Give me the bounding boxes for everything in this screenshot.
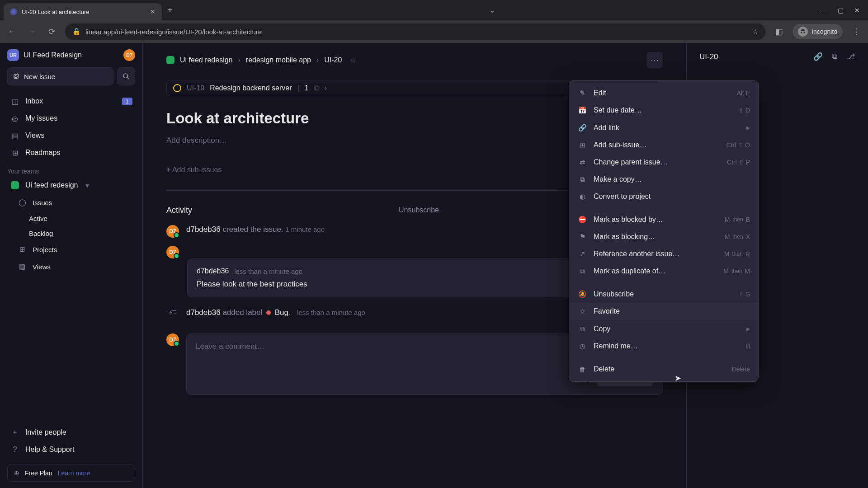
star-bookmark-icon[interactable]: ☆	[752, 28, 758, 36]
url-text: linear.app/ui-feed-redesign/issue/UI-20/…	[85, 28, 262, 36]
label-color-dot	[266, 310, 271, 315]
menu-separator	[569, 208, 758, 208]
favorite-star-icon[interactable]: ☆	[350, 56, 356, 65]
chevron-down-icon: ▾	[85, 181, 89, 190]
menu-item-favorite[interactable]: ☆Favorite	[569, 303, 758, 320]
link-icon[interactable]: 🔗	[813, 52, 823, 61]
menu-item-label: Add sub-issue…	[594, 141, 720, 149]
menu-item-change-parent-issue[interactable]: ⇄Change parent issue…Ctrl ⇧ P	[569, 154, 758, 171]
favicon	[10, 8, 17, 15]
browser-tab[interactable]: UI-20 Look at architecture ✕	[4, 3, 162, 20]
incognito-indicator[interactable]: Incognito	[793, 24, 843, 39]
inbox-icon: ◫	[10, 96, 20, 106]
tab-overflow-icon[interactable]: ⌄	[489, 6, 495, 14]
chevron-right-icon[interactable]: ›	[325, 84, 327, 92]
user-avatar[interactable]: D7	[166, 246, 179, 258]
close-tab-icon[interactable]: ✕	[150, 8, 156, 15]
sidebar-item-backlog[interactable]: Backlog	[7, 226, 135, 241]
map-icon: ⊞	[10, 148, 20, 158]
menu-item-mark-as-duplicate-of[interactable]: ⧉Mark as duplicate of…MthenM	[569, 263, 758, 280]
team-color-icon	[11, 181, 19, 189]
sidebar-item-views[interactable]: ▤ Views	[7, 258, 135, 275]
menu-item-add-sub-issue[interactable]: ⊞Add sub-issue…Ctrl ⇧ O	[569, 136, 758, 154]
plan-indicator[interactable]: ⊕ Free Plan Learn more	[7, 465, 135, 482]
nav-inbox[interactable]: ◫ Inbox 1	[7, 93, 135, 110]
parent-issue-title: Redesign backend server	[210, 84, 292, 92]
branch-icon[interactable]: ⎇	[846, 52, 855, 61]
menu-shortcut: ⇧ D	[738, 107, 750, 114]
user-avatar[interactable]: D7	[166, 225, 179, 238]
sidebar-item-issues[interactable]: ◯ Issues	[7, 194, 135, 211]
menu-shortcut: Ctrl ⇧ O	[726, 141, 750, 149]
menu-item-copy[interactable]: ⧉Copy▸	[569, 320, 758, 338]
issue-key: UI-20	[699, 52, 718, 61]
extension-icon[interactable]: ◧	[773, 27, 785, 37]
learn-more-link[interactable]: Learn more	[58, 469, 90, 477]
help-support[interactable]: ? Help & Support	[7, 441, 135, 458]
menu-item-unsubscribe[interactable]: 🔕Unsubscribe⇧ S	[569, 286, 758, 303]
url-bar[interactable]: 🔒 linear.app/ui-feed-redesign/issue/UI-2…	[65, 23, 765, 40]
menu-shortcut: Delete	[732, 366, 750, 373]
menu-item-delete[interactable]: 🗑DeleteDelete	[569, 361, 758, 378]
issues-icon: ◯	[17, 197, 27, 207]
more-actions-button[interactable]: ⋯	[646, 52, 663, 68]
menu-item-mark-as-blocking[interactable]: ⚑Mark as blocking…MthenX	[569, 228, 758, 245]
copy-icon[interactable]: ⧉	[832, 52, 837, 61]
inbox-count: 1	[122, 98, 132, 105]
grid-icon: ⊞	[17, 244, 27, 254]
bell-off-icon: 🔕	[577, 290, 587, 298]
menu-item-label: Reference another issue…	[594, 250, 718, 258]
close-window-icon[interactable]: ✕	[854, 7, 860, 14]
parent-issue-key: UI-19	[187, 84, 204, 92]
menu-item-label: Delete	[594, 365, 726, 373]
menu-shortcut: MthenM	[723, 267, 750, 275]
copy-icon[interactable]: ⧉	[314, 84, 319, 92]
menu-item-reference-another-issue[interactable]: ↗Reference another issue…MthenR	[569, 245, 758, 263]
maximize-icon[interactable]: ▢	[838, 7, 844, 14]
menu-item-remind-me[interactable]: ◷Remind me…H	[569, 338, 758, 355]
copy-icon: ⧉	[577, 325, 587, 333]
workspace-switcher[interactable]: UR UI Feed Redesign D7	[7, 49, 135, 61]
browser-tab-strip: UI-20 Look at architecture ✕ + ⌄ — ▢ ✕	[0, 0, 868, 20]
menu-item-mark-as-blocked-by[interactable]: ⛔Mark as blocked by…MthenB	[569, 211, 758, 228]
menu-item-add-link[interactable]: 🔗Add link▸	[569, 119, 758, 136]
breadcrumb-subproject[interactable]: redesign mobile app	[246, 56, 311, 64]
back-button[interactable]: ←	[5, 27, 18, 37]
nav-roadmaps[interactable]: ⊞ Roadmaps	[7, 144, 135, 161]
menu-item-make-a-copy[interactable]: ⧉Make a copy…	[569, 171, 758, 188]
blocked-icon: ⛔	[577, 216, 587, 224]
plus-icon: +	[10, 427, 20, 437]
minimize-icon[interactable]: —	[821, 7, 827, 14]
menu-shortcut: ⇧ S	[739, 291, 750, 298]
nav-views[interactable]: ▤ Views	[7, 127, 135, 144]
teams-section-label: Your teams	[7, 168, 135, 175]
help-icon: ?	[10, 445, 20, 455]
breadcrumb-key[interactable]: UI-20	[324, 56, 342, 64]
swap-icon: ⇄	[577, 158, 587, 166]
convert-icon: ◐	[577, 192, 587, 201]
menu-item-convert-to-project[interactable]: ◐Convert to project	[569, 188, 758, 205]
new-tab-button[interactable]: +	[167, 5, 173, 15]
nav-my-issues[interactable]: ◎ My issues	[7, 110, 135, 127]
link-icon: 🔗	[577, 124, 587, 132]
team-header[interactable]: Ui feed redesign ▾	[7, 177, 135, 194]
menu-shortcut: MthenB	[725, 216, 750, 223]
menu-shortcut: Ctrl ⇧ P	[727, 159, 750, 166]
browser-menu-icon[interactable]: ⋮	[850, 27, 863, 37]
sidebar-item-active[interactable]: Active	[7, 211, 135, 226]
reload-button[interactable]: ⟳	[45, 27, 58, 37]
target-icon: ◎	[10, 113, 20, 123]
user-avatar[interactable]: D7	[123, 49, 135, 61]
window-controls: — ▢ ✕	[821, 7, 868, 14]
clock-icon: ◷	[577, 342, 587, 350]
menu-item-set-due-date[interactable]: 📅Set due date…⇧ D	[569, 102, 758, 119]
breadcrumb-project[interactable]: Ui feed redesign	[180, 56, 233, 64]
menu-item-edit[interactable]: ✎EditAlt E	[569, 84, 758, 102]
new-issue-button[interactable]: New issue	[7, 67, 113, 85]
sidebar-item-projects[interactable]: ⊞ Projects	[7, 241, 135, 258]
forward-button[interactable]: →	[25, 27, 38, 37]
search-button[interactable]	[117, 67, 135, 85]
unsubscribe-link[interactable]: Unsubscribe	[399, 206, 439, 214]
sidebar: UR UI Feed Redesign D7 New issue ◫ Inbox…	[0, 43, 143, 488]
invite-people[interactable]: + Invite people	[7, 424, 135, 441]
